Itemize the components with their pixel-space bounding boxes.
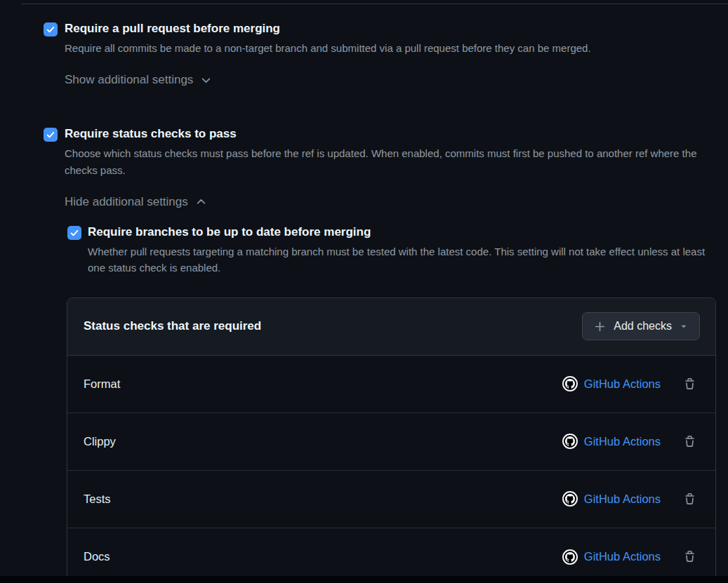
github-mark-icon (562, 376, 578, 391)
check-name: Clippy (84, 435, 562, 448)
trash-icon (684, 378, 696, 390)
check-name: Docs (84, 550, 562, 563)
plus-icon (594, 321, 606, 333)
toggle-label: Show additional settings (65, 73, 193, 87)
hide-additional-settings-toggle[interactable]: Hide additional settings (65, 195, 207, 209)
github-actions-link[interactable]: GitHub Actions (584, 492, 661, 506)
panel-title: Status checks that are required (84, 319, 261, 333)
status-checks-panel-header: Status checks that are required Add chec… (67, 298, 715, 356)
check-name: Tests (84, 492, 562, 506)
option-description: Whether pull requests targeting a matchi… (88, 243, 708, 276)
option-require-status-checks: Require status checks to pass Choose whi… (44, 126, 721, 209)
add-checks-label: Add checks (614, 320, 672, 333)
trash-icon (684, 493, 696, 505)
option-require-branches-up-to-date: Require branches to be up to date before… (67, 225, 708, 276)
delete-check-button[interactable] (681, 433, 699, 450)
section-divider (21, 4, 728, 4)
github-mark-icon (562, 434, 578, 449)
github-actions-link[interactable]: GitHub Actions (584, 435, 661, 448)
require-pull-request-checkbox[interactable] (44, 22, 58, 36)
caret-down-icon (680, 322, 688, 330)
option-title: Require a pull request before merging (65, 21, 721, 36)
delete-check-button[interactable] (681, 490, 699, 508)
toggle-label: Hide additional settings (65, 195, 188, 209)
chevron-up-icon (195, 196, 207, 208)
github-mark-icon (562, 491, 578, 507)
status-checks-panel: Status checks that are required Add chec… (67, 297, 716, 583)
option-description: Require all commits be made to a non-tar… (65, 40, 721, 56)
option-title: Require branches to be up to date before… (88, 225, 708, 240)
status-check-row: Tests GitHub Actions (67, 471, 715, 528)
status-check-row: Docs GitHub Actions (67, 528, 715, 583)
option-title: Require status checks to pass (65, 126, 721, 142)
require-up-to-date-checkbox[interactable] (67, 226, 81, 240)
delete-check-button[interactable] (681, 375, 699, 393)
status-check-row: Clippy GitHub Actions (67, 413, 715, 471)
option-require-pull-request: Require a pull request before merging Re… (44, 21, 721, 87)
viewport-bottom-edge (0, 576, 728, 583)
chevron-down-icon (200, 74, 212, 86)
require-status-checks-checkbox[interactable] (44, 128, 58, 142)
check-name: Format (84, 377, 562, 391)
github-mark-icon (562, 549, 578, 565)
option-description: Choose which status checks must pass bef… (65, 145, 721, 178)
trash-icon (684, 436, 696, 448)
show-additional-settings-toggle[interactable]: Show additional settings (65, 73, 212, 87)
status-check-row: Format GitHub Actions (67, 356, 715, 413)
delete-check-button[interactable] (681, 548, 699, 565)
trash-icon (684, 551, 696, 563)
check-icon (46, 130, 55, 140)
check-icon (46, 25, 55, 34)
check-icon (70, 228, 79, 238)
add-checks-button[interactable]: Add checks (582, 312, 700, 340)
github-actions-link[interactable]: GitHub Actions (584, 377, 661, 391)
github-actions-link[interactable]: GitHub Actions (584, 550, 661, 563)
